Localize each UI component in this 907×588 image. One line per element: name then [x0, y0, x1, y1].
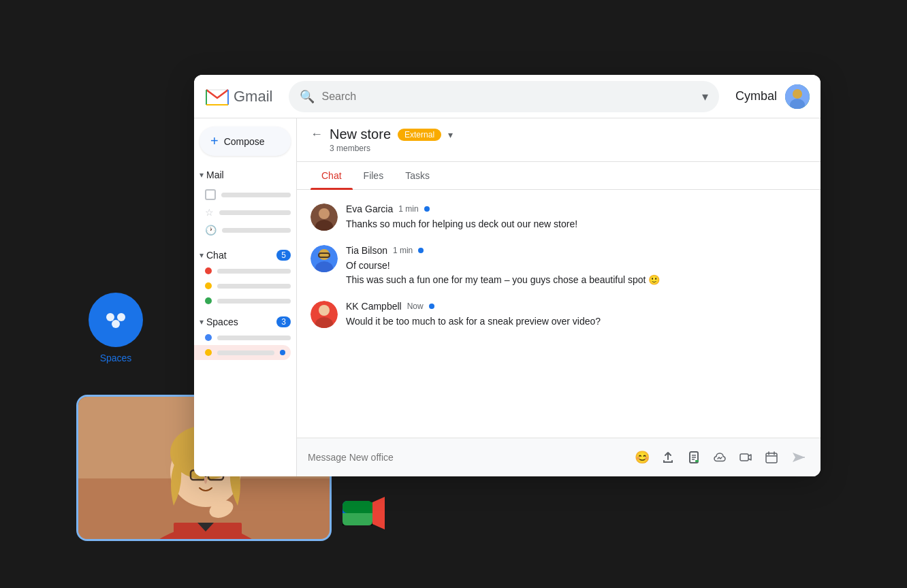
- svg-rect-27: [343, 501, 372, 513]
- compose-button[interactable]: + Compose: [200, 127, 291, 156]
- svg-point-0: [106, 313, 114, 321]
- search-dropdown-icon[interactable]: ▾: [702, 89, 708, 104]
- chat-section-label: Chat: [206, 250, 227, 261]
- avatar-eva-svg: [311, 203, 338, 231]
- sender-2: Tia Bilson: [346, 245, 387, 256]
- gmail-logo-text: Gmail: [234, 88, 272, 105]
- chat-item-3[interactable]: [194, 293, 296, 308]
- svg-point-1: [117, 313, 125, 321]
- spaces-item-2-highlight[interactable]: [194, 345, 291, 360]
- message-text-1: Thanks so much for helping us deck out o…: [346, 217, 807, 231]
- messages-area: Eva Garcia 1 min Thanks so much for help…: [297, 190, 821, 438]
- message-1-content: Eva Garcia 1 min Thanks so much for help…: [346, 203, 807, 231]
- message-2-content: Tia Bilson 1 min Of course!This was such…: [346, 245, 807, 287]
- svg-point-40: [319, 208, 330, 219]
- spaces-chevron-icon: ▾: [200, 317, 204, 327]
- title-dropdown-icon[interactable]: ▾: [448, 129, 453, 140]
- tab-tasks[interactable]: Tasks: [394, 162, 441, 189]
- external-badge: External: [398, 129, 441, 141]
- chat-panel: ← New store External ▾ 3 members Chat Fi…: [296, 118, 821, 476]
- sender-1: Eva Garcia: [346, 203, 393, 214]
- doc-icon: [687, 451, 701, 464]
- main-content: + Compose ▾ Mail ☆: [194, 118, 821, 476]
- chat-line-1: [217, 269, 291, 274]
- chat-tabs: Chat Files Tasks: [297, 162, 821, 190]
- search-bar[interactable]: 🔍 ▾: [289, 81, 719, 112]
- message-input-area: 😊: [297, 438, 821, 476]
- chat-line-3: [217, 299, 291, 304]
- sidebar-section-spaces: ▾ Spaces 3: [194, 314, 296, 360]
- m-logo-svg: [205, 84, 229, 109]
- chat-badge: 5: [276, 250, 291, 261]
- spaces-dot-2: [205, 349, 212, 356]
- cymbal-label: Cymbal: [735, 89, 777, 103]
- online-dot-3: [429, 304, 434, 309]
- checkbox-icon: [205, 189, 216, 200]
- spaces-section-header[interactable]: ▾ Spaces 3: [194, 314, 296, 330]
- gmail-window: Gmail 🔍 ▾ Cymbal + Comp: [194, 75, 821, 476]
- time-3: Now: [407, 301, 424, 311]
- mail-item-recent[interactable]: 🕐: [194, 221, 296, 239]
- send-button[interactable]: [788, 446, 810, 468]
- svg-point-47: [319, 305, 330, 316]
- spaces-badge: 3: [276, 316, 291, 327]
- chat-chevron-icon: ▾: [200, 250, 204, 260]
- gmail-logo: Gmail: [205, 84, 272, 109]
- chat-dot-2: [205, 282, 212, 289]
- inbox-line: [221, 193, 291, 197]
- back-button[interactable]: ←: [311, 127, 323, 142]
- chat-header: ← New store External ▾ 3 members: [297, 118, 821, 162]
- mail-section-header[interactable]: ▾ Mail: [194, 167, 296, 183]
- spaces-bubble[interactable]: Spaces: [89, 293, 143, 363]
- members-count: 3 members: [330, 144, 807, 153]
- meet-svg: [340, 490, 388, 538]
- message-text-2: Of course!This was such a fun one for my…: [346, 259, 807, 287]
- spaces-dot-end: [280, 350, 285, 355]
- message-3: KK Campbell Now Would it be too much to …: [311, 301, 807, 329]
- spaces-svg: [101, 305, 131, 335]
- search-icon: 🔍: [300, 89, 315, 104]
- message-input[interactable]: [308, 452, 626, 463]
- sidebar: + Compose ▾ Mail ☆: [194, 118, 296, 476]
- message-3-header: KK Campbell Now: [346, 301, 807, 312]
- message-2-header: Tia Bilson 1 min: [346, 245, 807, 256]
- avatar-svg: [785, 84, 810, 109]
- doc-button[interactable]: [683, 446, 705, 468]
- sender-3: KK Campbell: [346, 301, 402, 312]
- chat-header-top: ← New store External ▾: [311, 127, 807, 142]
- chat-line-2: [217, 284, 291, 289]
- avatar-eva-garcia: [311, 203, 338, 231]
- spaces-line-1: [217, 336, 291, 340]
- input-toolbar: 😊: [631, 446, 782, 468]
- chat-dot-1: [205, 267, 212, 274]
- emoji-button[interactable]: 😊: [631, 446, 653, 468]
- mail-item-starred[interactable]: ☆: [194, 203, 296, 221]
- mail-item-inbox[interactable]: [194, 186, 296, 203]
- svg-rect-53: [695, 460, 699, 462]
- image-button[interactable]: [709, 446, 731, 468]
- calendar-button[interactable]: [761, 446, 782, 468]
- compose-label: Compose: [224, 136, 265, 147]
- chat-dot-3: [205, 297, 212, 304]
- user-avatar[interactable]: [785, 84, 810, 109]
- upload-button[interactable]: [657, 446, 679, 468]
- chat-title: New store: [330, 127, 391, 142]
- compose-plus-icon: +: [210, 133, 219, 149]
- sidebar-section-chat: ▾ Chat 5: [194, 247, 296, 308]
- spaces-icon: [89, 293, 143, 347]
- avatar-tia-bilson: [311, 245, 338, 272]
- chat-section-header[interactable]: ▾ Chat 5: [194, 247, 296, 263]
- video-button[interactable]: [735, 446, 757, 468]
- meet-logo: [340, 490, 388, 538]
- tab-files[interactable]: Files: [353, 162, 395, 189]
- star-icon: ☆: [205, 207, 214, 218]
- svg-point-2: [112, 320, 120, 328]
- svg-point-37: [793, 89, 802, 99]
- chat-item-2[interactable]: [194, 278, 296, 293]
- spaces-item-1[interactable]: [194, 330, 296, 345]
- tab-chat[interactable]: Chat: [311, 162, 353, 189]
- online-dot-1: [424, 206, 430, 212]
- chat-item-1[interactable]: [194, 263, 296, 278]
- svg-rect-55: [766, 453, 777, 463]
- search-input[interactable]: [321, 91, 695, 103]
